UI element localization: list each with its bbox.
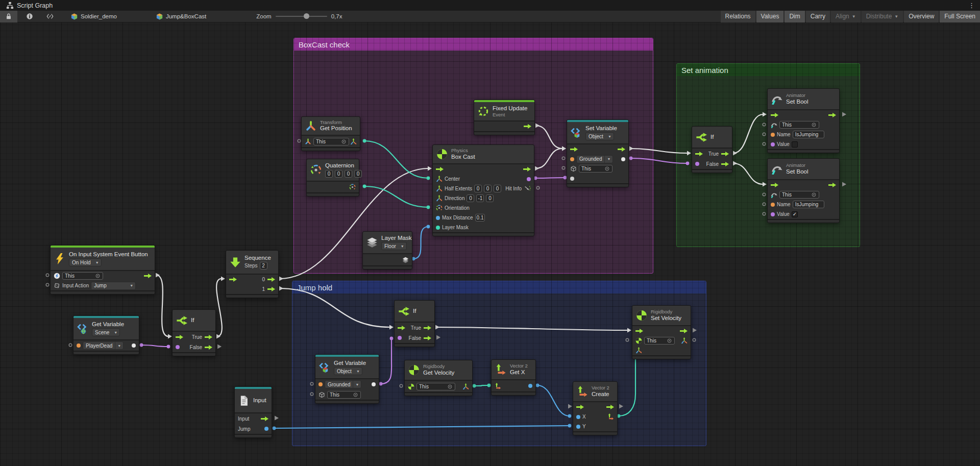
flow-port-arrow-icon[interactable]: [828, 113, 836, 117]
value-port[interactable]: [570, 157, 574, 161]
node-get-variable-object[interactable]: Get VariableObject▼Grounded▼This: [315, 354, 379, 404]
kind-dropdown[interactable]: Object▼: [334, 367, 362, 375]
number-field[interactable]: 0: [486, 194, 494, 202]
input-field[interactable]: This: [779, 121, 819, 129]
value-port[interactable]: [436, 226, 440, 230]
flow-port-arrow-icon[interactable]: [570, 147, 578, 152]
zoom-slider-handle[interactable]: [304, 13, 309, 19]
number-field[interactable]: 0.1: [475, 214, 485, 222]
value-port[interactable]: [621, 157, 625, 161]
node-header[interactable]: Set VariableObject▼: [567, 122, 628, 144]
value-port[interactable]: [372, 382, 376, 386]
flow-port-arrow-icon[interactable]: [771, 183, 778, 187]
number-field[interactable]: 0: [494, 185, 501, 192]
node-quaternion[interactable]: Quaternion0000: [306, 159, 359, 197]
node-header[interactable]: AnimatorSet Bool: [768, 159, 839, 180]
flow-port-arrow-icon[interactable]: [695, 152, 703, 156]
kind-dropdown[interactable]: Scene▼: [92, 328, 120, 336]
value-port[interactable]: [771, 203, 775, 207]
toolbar-button-dim[interactable]: Dim: [785, 11, 804, 22]
flow-port-arrow-icon[interactable]: [205, 335, 212, 339]
node-header[interactable]: Vector 2Create: [573, 382, 617, 402]
input-field[interactable]: This: [644, 337, 675, 345]
value-port[interactable]: [77, 344, 81, 348]
value-port[interactable]: [771, 133, 775, 137]
input-field[interactable]: This: [579, 165, 612, 173]
node-header[interactable]: Quaternion0000: [307, 159, 359, 182]
node-header[interactable]: If: [395, 301, 434, 323]
toolbar-button-carry[interactable]: Carry: [806, 11, 830, 22]
kind-dropdown[interactable]: Object▼: [585, 132, 614, 140]
kind-dropdown[interactable]: On Hold▼: [69, 258, 102, 266]
node-vector2-get-x[interactable]: Vector 2Get X: [491, 359, 536, 396]
group-header[interactable]: Set animation: [677, 64, 860, 76]
flow-port-arrow-icon[interactable]: [267, 287, 275, 291]
node-if-jump[interactable]: IfTrueFalse: [394, 300, 435, 347]
component-value[interactable]: 0: [345, 170, 352, 178]
kebab-menu-icon[interactable]: ⋮: [968, 2, 975, 9]
input-field[interactable]: This: [416, 383, 455, 390]
node-header[interactable]: On Input System Event ButtonOn Hold▼: [51, 248, 155, 271]
node-header[interactable]: Layer MaskFloor▼: [363, 232, 412, 254]
value-port[interactable]: [132, 344, 136, 348]
target-picker-icon[interactable]: [811, 192, 817, 198]
number-field[interactable]: 0: [474, 185, 482, 192]
node-input[interactable]: InputInputJump: [234, 386, 272, 438]
flow-port-arrow-icon[interactable]: [424, 336, 431, 340]
flow-port-arrow-icon[interactable]: [267, 277, 275, 282]
node-if-animation[interactable]: IfTrueFalse: [692, 126, 732, 173]
node-on-input-system-event-button[interactable]: On Input System Event ButtonOn Hold▼This…: [50, 245, 155, 295]
number-field[interactable]: 0: [484, 185, 492, 192]
value-port[interactable]: [576, 415, 580, 419]
flow-port-arrow-icon[interactable]: [398, 326, 405, 330]
flow-port-arrow-icon[interactable]: [436, 167, 444, 171]
flow-port-arrow-icon[interactable]: [606, 405, 614, 409]
node-header[interactable]: If: [692, 127, 732, 149]
target-picker-icon[interactable]: [604, 166, 610, 171]
node-header[interactable]: Vector 2Get X: [492, 360, 535, 380]
zoom-slider[interactable]: [276, 16, 327, 17]
node-header[interactable]: Input: [235, 389, 272, 413]
flow-port-arrow-icon[interactable]: [523, 167, 531, 171]
node-header[interactable]: AnimatorSet Bool: [768, 89, 839, 110]
flow-port-arrow-icon[interactable]: [524, 124, 531, 129]
value-port[interactable]: [264, 427, 268, 431]
flow-port-arrow-icon[interactable]: [771, 113, 778, 117]
toolbar-button-distribute[interactable]: Distribute▼: [862, 11, 903, 22]
node-header[interactable]: PhysicsBox Cast: [433, 145, 534, 164]
component-value[interactable]: 0: [325, 170, 333, 178]
value-port[interactable]: [398, 336, 402, 340]
node-header[interactable]: RigidbodyGet Velocity: [405, 360, 472, 381]
code-view-button[interactable]: [42, 11, 58, 22]
toolbar-button-relations[interactable]: Relations: [721, 11, 755, 22]
flow-port-arrow-icon[interactable]: [205, 345, 212, 350]
flow-port-arrow-icon[interactable]: [721, 152, 729, 156]
node-header[interactable]: RigidbodySet Velocity: [632, 306, 691, 326]
flow-port-arrow-icon[interactable]: [229, 277, 237, 282]
value-port[interactable]: [527, 177, 531, 181]
node-rigidbody-set-velocity[interactable]: RigidbodySet VelocityThis: [632, 305, 691, 359]
breadcrumb-jump-boxcast[interactable]: Jump&BoxCast: [156, 13, 206, 20]
node-header[interactable]: TransformGet Position: [302, 117, 360, 136]
value-port[interactable]: [570, 177, 574, 181]
node-animator-set-bool-2[interactable]: AnimatorSet BoolThisNameIsJumpingValue✓: [767, 158, 840, 223]
lock-button[interactable]: [0, 11, 17, 22]
flow-port-arrow-icon[interactable]: [828, 183, 836, 187]
steps-value[interactable]: 2: [260, 262, 267, 269]
value-port[interactable]: [436, 216, 440, 220]
target-picker-icon[interactable]: [353, 392, 358, 398]
flow-port-arrow-icon[interactable]: [261, 416, 268, 421]
value-port[interactable]: [771, 212, 775, 216]
node-animator-set-bool-1[interactable]: AnimatorSet BoolThisNameIsJumpingValue: [767, 88, 840, 153]
node-header[interactable]: SequenceSteps2: [226, 251, 278, 275]
node-get-variable-scene[interactable]: Get VariableScene▼PlayerDead▼: [73, 315, 139, 355]
node-set-variable-object[interactable]: Set VariableObject▼Grounded▼This: [567, 119, 629, 187]
kind-dropdown[interactable]: Floor▼: [381, 242, 407, 250]
node-sequence[interactable]: SequenceSteps201: [226, 250, 279, 298]
dropdown[interactable]: Jump▼: [91, 282, 136, 290]
input-field[interactable]: This: [62, 272, 103, 280]
breadcrumb-soldier-demo[interactable]: Soldier_demo: [70, 13, 117, 20]
node-header[interactable]: If: [173, 310, 215, 332]
node-header[interactable]: Get VariableObject▼: [315, 357, 379, 379]
group-header[interactable]: Jump hold: [292, 281, 706, 293]
